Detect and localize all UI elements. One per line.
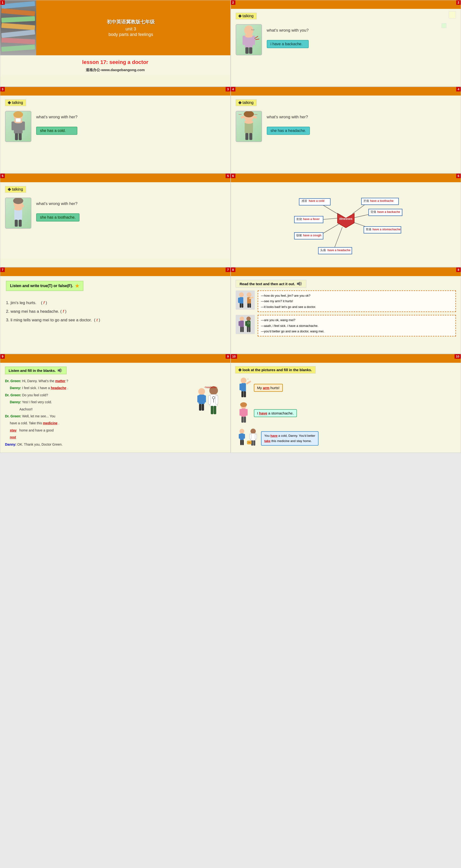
slide-7: 7 7 Listen and write true(T) or false(F)… xyxy=(0,267,230,354)
slide-10: 10 10 look at the pictures and fill in t… xyxy=(230,354,461,453)
svg-rect-15 xyxy=(22,122,25,130)
svg-rect-89 xyxy=(249,327,250,332)
svg-rect-97 xyxy=(214,406,216,414)
slide2-answer: i have a backache. xyxy=(267,40,309,48)
svg-rect-25 xyxy=(245,133,248,140)
slide7-item3: 3. li ming tells wang mei to go and see … xyxy=(6,318,225,322)
svg-rect-26 xyxy=(249,133,252,140)
slide5-answer: she has a toothache. xyxy=(36,213,80,221)
svg-rect-120 xyxy=(244,416,246,423)
svg-text:have a stomachache: have a stomachache xyxy=(372,228,401,231)
svg-text:illnesses: illnesses xyxy=(339,217,352,220)
slide-1: 初中英语冀教版七年级 unit 3 body parts and feeling… xyxy=(0,0,230,87)
svg-rect-6 xyxy=(249,48,252,54)
svg-rect-103 xyxy=(204,395,206,403)
svg-text:背痛: 背痛 xyxy=(370,210,376,214)
svg-text:have a backache: have a backache xyxy=(377,210,400,214)
svg-text:have a cough: have a cough xyxy=(303,234,321,237)
svg-rect-94 xyxy=(208,395,211,404)
slide2-question: what's wrong with you? xyxy=(267,28,309,33)
svg-point-100 xyxy=(198,388,205,395)
svg-text:Rx: Rx xyxy=(248,441,251,444)
svg-rect-69 xyxy=(238,298,240,303)
svg-rect-112 xyxy=(244,391,246,397)
slide-2: 2 2 talking xyxy=(230,0,461,87)
svg-rect-117 xyxy=(240,409,241,416)
slide-9: 9 9 Listen and fill in the blanks. Dr. G… xyxy=(0,354,230,453)
slide10-sentence3: You have a cold, Danny. You'd better tak… xyxy=(261,431,319,445)
svg-point-2 xyxy=(245,34,253,38)
slide3-badge: talking xyxy=(5,99,26,106)
svg-rect-116 xyxy=(241,408,246,417)
svg-text:~headache~: ~headache~ xyxy=(204,386,217,389)
svg-rect-101 xyxy=(198,395,205,404)
svg-rect-111 xyxy=(241,391,244,397)
slide1-lesson: lesson 17: seeing a doctor xyxy=(5,59,225,65)
svg-text:胃痛: 胃痛 xyxy=(366,228,371,231)
svg-text:have a toothache: have a toothache xyxy=(370,199,394,203)
svg-text:发烧: 发烧 xyxy=(296,217,302,221)
slide3-number: 3 xyxy=(0,87,5,91)
slide10-figure2 xyxy=(235,402,252,424)
svg-rect-131 xyxy=(240,440,242,445)
svg-marker-36 xyxy=(337,213,354,228)
svg-rect-129 xyxy=(239,434,240,439)
svg-point-11 xyxy=(13,111,23,118)
svg-text:!: ! xyxy=(248,378,248,380)
svg-line-38 xyxy=(321,204,340,215)
svg-rect-82 xyxy=(240,327,242,332)
slide2-number: 2 xyxy=(231,0,236,5)
svg-point-84 xyxy=(246,316,251,321)
svg-text:咳嗽: 咳嗽 xyxy=(296,234,302,237)
svg-marker-91 xyxy=(58,368,61,373)
slide-6: 6 6 illnesses 感冒 have a cold 发 xyxy=(230,173,461,267)
svg-rect-122 xyxy=(251,433,255,441)
svg-rect-110 xyxy=(246,380,251,384)
svg-line-8 xyxy=(255,39,259,40)
svg-marker-66 xyxy=(297,282,300,286)
svg-rect-104 xyxy=(199,404,202,411)
svg-rect-88 xyxy=(247,327,249,332)
svg-rect-108 xyxy=(241,383,246,392)
slide1-title-line2: unit 3 xyxy=(107,27,155,32)
slide1-website: 道格办公-www.daogebangong.com xyxy=(5,68,225,72)
svg-rect-83 xyxy=(242,327,244,332)
slide10-badge: look at the pictures and fill in the bla… xyxy=(235,366,316,374)
svg-rect-14 xyxy=(11,122,14,130)
svg-rect-3 xyxy=(242,36,245,45)
svg-rect-77 xyxy=(249,303,251,308)
slide1-title-line3: body parts and feelings xyxy=(107,32,155,37)
svg-rect-80 xyxy=(239,321,240,326)
mindmap-svg: illnesses 感冒 have a cold 发烧 have a fever… xyxy=(233,185,459,264)
svg-rect-105 xyxy=(202,404,204,411)
svg-rect-126 xyxy=(253,440,255,445)
svg-point-67 xyxy=(239,292,244,297)
svg-point-73 xyxy=(247,292,251,297)
svg-point-127 xyxy=(240,429,244,434)
svg-rect-102 xyxy=(197,395,199,403)
svg-rect-70 xyxy=(241,298,243,303)
svg-point-107 xyxy=(241,378,246,383)
slide3-question: what's wrong with her? xyxy=(36,115,78,120)
svg-text:头痛: 头痛 xyxy=(320,249,326,252)
svg-point-22 xyxy=(244,120,253,124)
slide9-number: 9 xyxy=(0,354,5,359)
svg-text:牙痛: 牙痛 xyxy=(363,199,369,203)
svg-rect-123 xyxy=(249,434,251,439)
svg-rect-132 xyxy=(242,440,244,445)
svg-line-7 xyxy=(254,36,258,39)
slide5-badge: talking xyxy=(5,186,26,193)
slide2-badge: talking xyxy=(236,13,257,20)
svg-rect-71 xyxy=(240,303,241,308)
svg-rect-35 xyxy=(19,220,22,227)
svg-line-50 xyxy=(334,227,342,249)
slide5-number: 5 xyxy=(0,174,5,178)
slide4-badge: talking xyxy=(236,99,257,106)
svg-rect-17 xyxy=(19,133,22,140)
speaker-icon xyxy=(297,282,302,286)
slide6-number: 6 xyxy=(231,174,236,178)
svg-rect-96 xyxy=(211,406,213,414)
slide10-number: 10 xyxy=(231,354,237,359)
svg-rect-16 xyxy=(15,133,18,140)
svg-rect-130 xyxy=(243,434,245,439)
